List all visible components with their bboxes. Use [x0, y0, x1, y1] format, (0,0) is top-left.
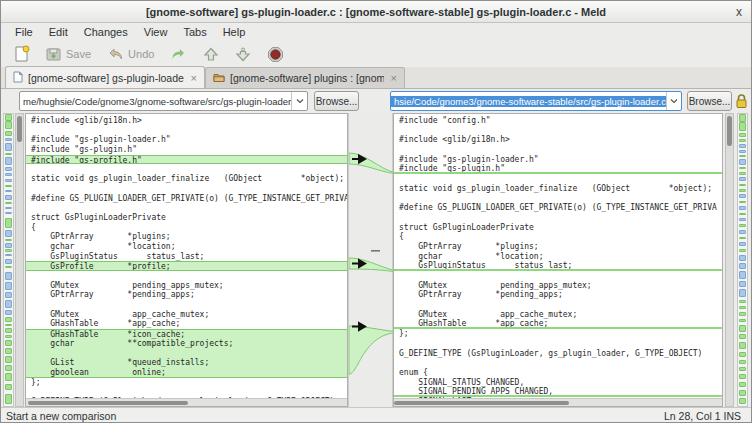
code-line[interactable]: GHashTable *icon_cache; [26, 329, 347, 339]
diffmap-segment[interactable] [739, 167, 746, 169]
diffmap-segment[interactable] [739, 342, 746, 349]
code-line[interactable] [26, 203, 347, 213]
left-diff-map[interactable] [3, 113, 14, 407]
diffmap-segment[interactable] [739, 230, 746, 234]
diffmap-segment[interactable] [739, 114, 746, 122]
code-line[interactable] [394, 194, 722, 204]
code-line[interactable]: GHashTable *app_cache; [394, 319, 722, 329]
code-line[interactable]: #include "gs-plugin-loader.h" [26, 135, 347, 145]
diffmap-segment[interactable] [5, 153, 12, 155]
chevron-down-icon[interactable] [666, 92, 682, 110]
diffmap-segment[interactable] [739, 144, 746, 148]
diffmap-segment[interactable] [5, 173, 12, 176]
diffmap-segment[interactable] [739, 398, 746, 404]
delete-change-minus-icon[interactable] [371, 250, 380, 252]
diffmap-segment[interactable] [739, 382, 746, 387]
previous-change-button[interactable] [198, 45, 224, 64]
code-line[interactable]: struct GsPluginLoaderPrivate [26, 213, 347, 223]
menu-item-tabs[interactable]: Tabs [175, 24, 214, 40]
code-line[interactable]: GPtrArray *pending_apps; [394, 290, 722, 300]
diffmap-segment[interactable] [739, 249, 746, 252]
diffmap-segment[interactable] [5, 340, 12, 346]
right-horizontal-scrollbar[interactable] [394, 398, 722, 406]
diffmap-segment[interactable] [739, 177, 746, 181]
new-comparison-button[interactable] [9, 43, 35, 65]
code-line[interactable]: GPtrArray *plugins; [394, 242, 722, 252]
code-line[interactable] [394, 145, 722, 155]
diffmap-segment[interactable] [739, 271, 746, 279]
diffmap-segment[interactable] [5, 230, 12, 237]
code-line[interactable]: gboolean online; [26, 368, 347, 378]
code-line[interactable]: GHashTable *app_cache; [26, 319, 347, 329]
diffmap-segment[interactable] [739, 360, 746, 364]
diffmap-segment[interactable] [5, 195, 12, 200]
code-line[interactable]: GList *queued_installs; [26, 358, 347, 368]
code-line[interactable]: enum { [394, 368, 722, 378]
code-line[interactable] [26, 271, 347, 281]
code-line[interactable]: #include "gs-profile.h" [26, 155, 347, 165]
right-code-pane[interactable]: #include "config.h"#include <glib/gi18n.… [393, 113, 723, 407]
diffmap-segment[interactable] [739, 194, 746, 198]
code-line[interactable]: G_DEFINE_TYPE (GsPluginLoader, gs_plugin… [394, 349, 722, 359]
diffmap-segment[interactable] [739, 184, 746, 186]
diffmap-segment[interactable] [5, 254, 12, 256]
diffmap-segment[interactable] [5, 282, 12, 290]
code-line[interactable]: #include "config.h" [394, 116, 722, 126]
right-vertical-scrollbar[interactable] [725, 113, 734, 407]
diffmap-segment[interactable] [739, 312, 746, 316]
code-line[interactable]: static void gs_plugin_loader_finalize (G… [394, 184, 722, 194]
diffmap-segment[interactable] [5, 365, 12, 371]
left-vertical-scrollbar[interactable] [15, 113, 24, 407]
diffmap-segment[interactable] [5, 310, 12, 315]
redo-button[interactable] [165, 45, 192, 63]
code-line[interactable] [394, 126, 722, 136]
diffmap-segment[interactable] [5, 212, 12, 214]
diff-connectors[interactable] [349, 113, 394, 407]
diffmap-segment[interactable] [5, 121, 12, 129]
code-line[interactable]: }; [394, 329, 722, 339]
code-line[interactable]: }; [26, 378, 347, 388]
next-change-button[interactable] [230, 45, 256, 64]
code-line[interactable]: gchar **compatible_projects; [26, 339, 347, 349]
diffmap-segment[interactable] [739, 213, 746, 215]
left-horizontal-scrollbar[interactable] [26, 398, 347, 406]
code-line[interactable]: SIGNAL_PENDING_APPS_CHANGED, [394, 387, 722, 397]
diffmap-segment[interactable] [739, 237, 746, 239]
save-button[interactable]: Save [41, 44, 96, 64]
diffmap-segment[interactable] [5, 292, 12, 298]
diffmap-segment[interactable] [739, 218, 746, 221]
diffmap-segment[interactable] [739, 242, 746, 246]
diffmap-segment[interactable] [739, 374, 746, 379]
code-line[interactable]: GMutex pending_apps_mutex; [394, 281, 722, 291]
right-vscroll-thumb[interactable] [727, 116, 732, 146]
diffmap-segment[interactable] [5, 266, 12, 268]
menu-item-edit[interactable]: Edit [41, 24, 76, 40]
diffmap-segment[interactable] [739, 334, 746, 339]
diffmap-segment[interactable] [739, 155, 746, 157]
diffmap-segment[interactable] [739, 319, 746, 322]
diffmap-segment[interactable] [5, 384, 12, 390]
diffmap-segment[interactable] [739, 325, 746, 332]
code-line[interactable]: { [26, 223, 347, 233]
code-line[interactable] [394, 213, 722, 223]
lock-icon[interactable] [735, 93, 748, 113]
code-line[interactable]: { [394, 232, 722, 242]
menu-item-changes[interactable]: Changes [76, 24, 136, 40]
code-line[interactable] [26, 184, 347, 194]
code-line[interactable]: SIGNAL_STATUS_CHANGED, [394, 378, 722, 388]
code-line[interactable]: struct GsPluginLoaderPrivate [394, 223, 722, 233]
diffmap-segment[interactable] [5, 131, 12, 136]
window-close-icon[interactable]: x [736, 5, 742, 19]
diffmap-segment[interactable] [739, 300, 746, 303]
code-line[interactable] [26, 387, 347, 397]
diffmap-segment[interactable] [5, 179, 12, 182]
diffmap-segment[interactable] [5, 356, 12, 363]
diffmap-segment[interactable] [5, 373, 12, 381]
diffmap-segment[interactable] [5, 243, 12, 248]
code-line[interactable]: GsProfile *profile; [26, 261, 347, 271]
diffmap-segment[interactable] [5, 190, 12, 192]
left-browse-button[interactable]: Browse... [314, 91, 359, 111]
diffmap-segment[interactable] [5, 317, 12, 322]
diffmap-segment[interactable] [5, 272, 12, 280]
code-line[interactable]: #include <glib/gi18n.h> [394, 135, 722, 145]
